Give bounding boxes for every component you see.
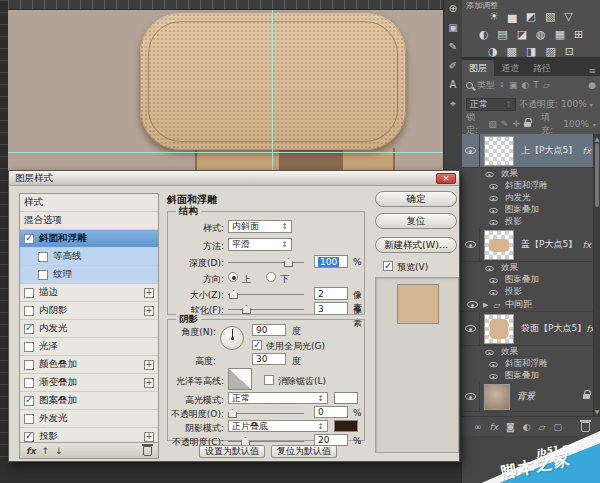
visibility-toggle[interactable] [462, 312, 480, 345]
pen-tool-icon[interactable]: ⌖ [450, 98, 456, 110]
adjustment-selective-color-icon[interactable]: ⊡ [565, 46, 574, 58]
eye-icon[interactable] [489, 219, 497, 224]
make-default-button[interactable]: 设置为默认值 [199, 445, 265, 458]
visibility-toggle[interactable] [462, 134, 480, 167]
effect-row[interactable]: 斜面和浮雕 [462, 358, 600, 370]
checkbox[interactable] [24, 396, 34, 406]
reset-default-button[interactable]: 复位为默认值 [271, 445, 337, 458]
layer-thumbnail[interactable] [484, 384, 510, 410]
adjustment-layer-icon[interactable]: ◐ [523, 422, 531, 432]
adjustment-levels-icon[interactable]: ▅ [508, 11, 516, 23]
close-icon[interactable]: × [436, 173, 456, 184]
opacity-value[interactable]: 100% [561, 99, 587, 109]
layer-mask-icon[interactable]: ◙ [506, 422, 515, 432]
layer-group-row[interactable]: ▶ ▱ 中间距 [462, 298, 600, 312]
use-global-light-checkbox[interactable] [252, 340, 262, 350]
visibility-toggle[interactable] [462, 228, 480, 261]
eye-icon[interactable] [467, 301, 478, 308]
filter-type-label[interactable]: 类型 [477, 79, 495, 92]
filter-smart-object-icon[interactable]: ● [588, 80, 596, 90]
type-tool-icon[interactable]: A [450, 79, 457, 91]
highlight-color-swatch[interactable] [334, 392, 358, 404]
add-instance-icon[interactable]: + [144, 360, 154, 370]
effect-row[interactable]: 图案叠加 [462, 370, 600, 382]
preview-label[interactable]: 预览(V) [397, 261, 428, 274]
filter-shape-icon[interactable]: ▱ [543, 80, 550, 90]
eye-icon[interactable] [489, 361, 497, 366]
eye-icon[interactable] [489, 183, 497, 188]
size-input[interactable]: 2 [314, 287, 348, 300]
effect-row[interactable]: 图案叠加 [462, 274, 600, 286]
filter-adjustment-icon[interactable]: ◐ [521, 80, 529, 90]
style-item-outer-glow[interactable]: 外发光 [20, 410, 158, 428]
angle-input[interactable]: 90 [252, 324, 286, 336]
layer-row-top[interactable]: 上【P大点5】 fx [462, 134, 600, 168]
styles-nav-styles[interactable]: 样式 [20, 194, 158, 212]
checkbox[interactable] [24, 234, 34, 244]
style-item-pattern-overlay[interactable]: 图案叠加 [20, 392, 158, 410]
adjustment-exposure-icon[interactable]: ▧ [545, 11, 555, 23]
use-global-light-label[interactable]: 使用全局光(G) [266, 340, 325, 353]
highlight-opacity-input[interactable]: 0 [314, 406, 348, 418]
style-item-inner-glow[interactable]: 内发光 [20, 320, 158, 338]
adjustment-hue-saturation-icon[interactable]: ◐ [479, 29, 489, 41]
move-up-icon[interactable]: ↑ [42, 446, 50, 456]
style-item-gradient-overlay[interactable]: 渐变叠加 + [20, 374, 158, 392]
bag-flap-object[interactable] [140, 13, 406, 150]
link-layers-icon[interactable]: ∞ [474, 422, 482, 432]
layer-name[interactable]: 袋面【P大点5】 [521, 322, 586, 335]
checkbox[interactable] [24, 324, 34, 334]
shadow-color-swatch[interactable] [334, 420, 358, 432]
expand-triangle-icon[interactable]: ▶ [483, 301, 488, 309]
effect-row[interactable]: 图案叠加 [462, 204, 600, 216]
effects-header-row[interactable]: 效果 [462, 346, 600, 358]
adjustment-curves-icon[interactable]: ◩ [526, 11, 536, 23]
eye-icon[interactable] [489, 195, 497, 200]
lock-all-icon[interactable] [524, 122, 531, 127]
scrollbar-thumb[interactable] [595, 143, 599, 207]
blend-mode-select[interactable]: 正常↕ [466, 98, 516, 111]
eye-icon[interactable] [485, 265, 493, 270]
eye-icon[interactable] [485, 349, 493, 354]
direction-down-label[interactable]: 下 [280, 273, 289, 286]
soften-slider[interactable] [228, 309, 304, 310]
method-select[interactable]: 平滑↕ [228, 238, 292, 251]
eye-icon[interactable] [485, 171, 493, 176]
ok-button[interactable]: 确定 [375, 191, 457, 207]
slider-thumb[interactable] [284, 258, 293, 267]
fill-value[interactable]: 100% [563, 119, 589, 129]
style-item-bevel-emboss[interactable]: 斜面和浮雕 [20, 230, 158, 248]
checkbox[interactable] [38, 252, 48, 262]
highlight-opacity-slider[interactable] [228, 413, 304, 414]
checkbox[interactable] [38, 270, 48, 280]
gloss-contour-thumbnail[interactable] [228, 368, 252, 390]
anti-alias-checkbox[interactable] [264, 375, 274, 385]
effects-header-row[interactable]: 效果 [462, 262, 600, 274]
adjustment-threshold-icon[interactable]: ◨ [526, 46, 536, 58]
checkbox[interactable] [24, 288, 34, 298]
adjustment-brightness-contrast-icon[interactable]: ☀ [489, 11, 499, 23]
eyedropper-tool-icon[interactable]: ⊕ [449, 3, 457, 15]
adjustment-posterize-icon[interactable]: ▩ [507, 46, 517, 58]
style-item-color-overlay[interactable]: 颜色叠加 + [20, 356, 158, 374]
delete-layer-icon[interactable] [581, 422, 590, 432]
fx-icon[interactable]: fx [26, 446, 36, 456]
direction-up-label[interactable]: 上 [242, 273, 251, 286]
slider-thumb[interactable] [228, 409, 237, 418]
guide-horizontal[interactable] [8, 152, 443, 153]
slider-thumb[interactable] [242, 305, 251, 314]
styles-nav-blending-options[interactable]: 混合选项 [20, 212, 158, 230]
new-layer-icon[interactable]: ▢ [554, 422, 563, 432]
adjustment-photo-filter-icon[interactable]: ◍ [536, 29, 546, 41]
effect-row[interactable]: 投影 [462, 216, 600, 228]
adjustment-channel-mixer-icon[interactable]: ▦ [555, 29, 565, 41]
dialog-titlebar[interactable]: 图层样式 [9, 171, 459, 186]
add-instance-icon[interactable]: + [144, 432, 154, 442]
eye-icon[interactable] [489, 289, 497, 294]
anti-alias-label[interactable]: 消除锯齿(L) [278, 375, 326, 388]
effect-row[interactable]: 内发光 [462, 192, 600, 204]
brush-tool-icon[interactable]: ✎ [449, 41, 457, 53]
fx-badge[interactable]: fx [583, 240, 592, 250]
shadow-opacity-slider[interactable] [228, 441, 304, 442]
layers-scrollbar[interactable]: ▲ ▼ [593, 134, 600, 416]
